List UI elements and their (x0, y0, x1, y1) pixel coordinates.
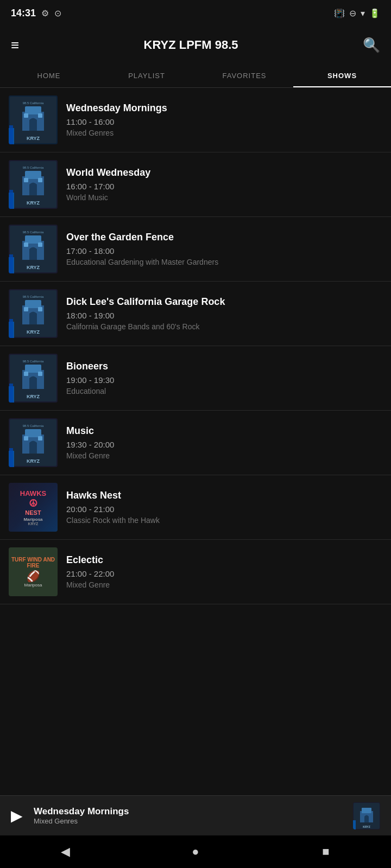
player-info: Wednesday Mornings Mixed Genres (34, 806, 353, 825)
svg-text:KRYZ: KRYZ (27, 329, 40, 335)
show-genre: Mixed Genre (66, 451, 382, 460)
svg-rect-44 (25, 365, 41, 373)
svg-rect-14 (25, 171, 41, 179)
svg-rect-26 (38, 242, 42, 247)
home-button[interactable]: ● (179, 845, 212, 859)
show-name: Over the Garden Fence (66, 232, 382, 243)
svg-rect-56 (38, 436, 42, 441)
nav-tabs: HOME PLAYLIST FAVORITES SHOWS (0, 64, 391, 88)
play-button[interactable]: ▶ (11, 807, 23, 825)
list-item[interactable]: KRYZ 98.5 California Bioneers 19:00 - 19… (0, 346, 391, 411)
header: ≡ KRYZ LPFM 98.5 🔍 (0, 26, 391, 64)
show-info: Hawks Nest 20:00 - 21:00 Classic Rock wi… (58, 490, 382, 525)
show-name: World Wednesday (66, 167, 382, 178)
show-name: Bioneers (66, 361, 382, 372)
svg-text:98.5 California: 98.5 California (23, 295, 44, 298)
svg-rect-15 (24, 178, 28, 182)
show-time: 18:00 - 19:00 (66, 311, 382, 320)
list-item[interactable]: KRYZ 98.5 California Over the Garden Fen… (0, 217, 391, 282)
hawks-image: HAWKS ☮ NEST Mariposa KRYZ (9, 483, 58, 532)
show-info: Bioneers 19:00 - 19:30 Educational (58, 361, 382, 395)
show-info: World Wednesday 16:00 - 17:00 World Musi… (58, 167, 382, 202)
show-time: 21:00 - 22:00 (66, 569, 382, 578)
tab-favorites[interactable]: FAVORITES (195, 64, 293, 87)
svg-text:KRYZ: KRYZ (27, 394, 40, 399)
svg-text:98.5 California: 98.5 California (23, 101, 44, 105)
svg-text:98.5 California: 98.5 California (23, 424, 44, 427)
svg-rect-25 (24, 242, 28, 247)
svg-text:KRYZ: KRYZ (27, 200, 40, 206)
svg-rect-38 (9, 319, 13, 338)
show-time: 11:00 - 16:00 (66, 117, 382, 126)
status-left: 14:31 ⚙ ⊙ (11, 8, 61, 19)
svg-rect-18 (9, 190, 13, 209)
list-item[interactable]: KRYZ 98.5 California Dick Lee's Californ… (0, 282, 391, 346)
show-thumbnail: KRYZ 98.5 California (9, 354, 58, 403)
bottom-player: ▶ Wednesday Mornings Mixed Genres KRYZ (0, 795, 391, 835)
app-title: KRYZ LPFM 98.5 (144, 38, 238, 52)
svg-text:KRYZ: KRYZ (27, 136, 40, 141)
show-info: Eclectic 21:00 - 22:00 Mixed Genre (58, 554, 382, 589)
svg-text:98.5 California: 98.5 California (23, 360, 44, 363)
status-time: 14:31 (11, 8, 36, 19)
tab-playlist[interactable]: PLAYLIST (98, 64, 195, 87)
svg-rect-28 (9, 254, 13, 273)
list-item[interactable]: HAWKS ☮ NEST Mariposa KRYZ Hawks Nest 20… (0, 475, 391, 540)
svg-rect-45 (24, 372, 28, 376)
stop-button[interactable]: ■ (310, 845, 342, 859)
svg-rect-4 (25, 106, 41, 114)
status-bar: 14:31 ⚙ ⊙ 📳 ⊖ ▾ 🔋 (0, 0, 391, 26)
show-name: Dick Lee's California Garage Rock (66, 296, 382, 308)
show-thumbnail: KRYZ 98.5 California (9, 289, 58, 338)
show-genre: Educational (66, 387, 382, 395)
menu-icon[interactable]: ≡ (11, 37, 19, 54)
svg-rect-24 (25, 235, 41, 244)
list-item[interactable]: KRYZ 98.5 California Wednesday Mornings … (0, 88, 391, 152)
svg-rect-36 (38, 307, 42, 311)
search-icon[interactable]: 🔍 (363, 37, 380, 54)
svg-text:98.5 California: 98.5 California (23, 231, 44, 234)
show-thumbnail: TURF WIND AND FIRE 🏈 Mariposa (9, 547, 58, 596)
show-time: 19:30 - 20:00 (66, 440, 382, 449)
tab-shows[interactable]: SHOWS (293, 64, 391, 87)
show-info: Music 19:30 - 20:00 Mixed Genre (58, 425, 382, 460)
show-thumbnail: KRYZ 98.5 California (9, 225, 58, 273)
status-right: 📳 ⊖ ▾ 🔋 (334, 8, 380, 18)
eclectic-image: TURF WIND AND FIRE 🏈 Mariposa (9, 547, 58, 596)
show-genre: Mixed Genres (66, 129, 382, 137)
show-time: 17:00 - 18:00 (66, 246, 382, 256)
svg-rect-34 (25, 300, 41, 308)
svg-text:98.5 California: 98.5 California (23, 166, 44, 169)
svg-text:KRYZ: KRYZ (363, 825, 370, 828)
svg-rect-46 (38, 372, 42, 376)
show-time: 20:00 - 21:00 (66, 505, 382, 514)
show-info: Over the Garden Fence 17:00 - 18:00 Educ… (58, 232, 382, 266)
show-info: Wednesday Mornings 11:00 - 16:00 Mixed G… (58, 103, 382, 137)
svg-rect-16 (38, 178, 42, 182)
show-name: Eclectic (66, 554, 382, 566)
list-item[interactable]: KRYZ 98.5 California Music 19:30 - 20:00… (0, 411, 391, 475)
record-icon: ⊙ (54, 8, 61, 18)
show-genre: Classic Rock with the Hawk (66, 516, 382, 525)
svg-rect-8 (9, 125, 13, 144)
list-item[interactable]: TURF WIND AND FIRE 🏈 Mariposa Eclectic 2… (0, 540, 391, 604)
battery-icon: 🔋 (369, 8, 380, 18)
tab-home[interactable]: HOME (0, 64, 98, 87)
svg-rect-6 (38, 113, 42, 118)
show-thumbnail: HAWKS ☮ NEST Mariposa KRYZ (9, 483, 58, 532)
svg-rect-48 (9, 384, 13, 403)
player-title: Wednesday Mornings (34, 806, 353, 817)
svg-rect-5 (24, 113, 28, 118)
list-item[interactable]: KRYZ 98.5 California World Wednesday 16:… (0, 152, 391, 217)
show-time: 16:00 - 17:00 (66, 182, 382, 191)
bottom-navigation: ◀ ● ■ (0, 835, 391, 868)
player-thumbnail: KRYZ (353, 802, 380, 829)
vibrate-icon: 📳 (334, 8, 345, 18)
back-button[interactable]: ◀ (49, 845, 81, 859)
svg-rect-65 (353, 820, 356, 829)
show-name: Hawks Nest (66, 490, 382, 501)
svg-rect-35 (24, 307, 28, 311)
show-list: KRYZ 98.5 California Wednesday Mornings … (0, 88, 391, 604)
show-genre: World Music (66, 193, 382, 202)
svg-rect-55 (24, 436, 28, 441)
